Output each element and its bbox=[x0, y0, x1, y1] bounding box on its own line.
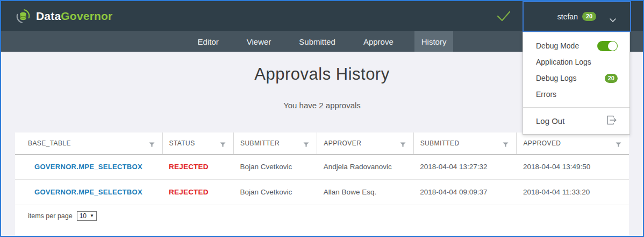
chevron-down-icon bbox=[610, 15, 616, 25]
tab-submitted[interactable]: Submitted bbox=[292, 31, 342, 52]
approver-cell: Andjela Radovanovic bbox=[317, 154, 413, 179]
menu-item-errors[interactable]: Errors bbox=[523, 86, 629, 102]
menu-item-debug-logs[interactable]: Debug Logs 20 bbox=[523, 70, 629, 86]
menu-item-logout[interactable]: Log Out bbox=[523, 108, 629, 134]
tab-history[interactable]: History bbox=[414, 31, 454, 52]
debug-mode-toggle[interactable] bbox=[597, 41, 618, 51]
user-dropdown-menu: Debug Mode Application Logs Debug Logs 2… bbox=[523, 32, 630, 135]
toggle-knob bbox=[608, 41, 617, 51]
column-header-approver: APPROVER bbox=[317, 133, 413, 154]
success-check-icon bbox=[496, 10, 512, 25]
app-logo: DataGovernor bbox=[15, 8, 112, 24]
top-bar: DataGovernor stefan 20 bbox=[1, 1, 643, 31]
menu-item-application-logs[interactable]: Application Logs bbox=[523, 54, 629, 70]
column-header-status: STATUS bbox=[162, 133, 233, 154]
filter-icon[interactable] bbox=[400, 141, 406, 149]
table-header-row: BASE_TABLE STATUS SUBMITTER APPROVER SUB… bbox=[15, 133, 629, 154]
tab-editor[interactable]: Editor bbox=[191, 31, 226, 52]
database-sync-icon bbox=[15, 8, 31, 24]
tab-viewer[interactable]: Viewer bbox=[240, 31, 278, 52]
table-row: GOVERNOR.MPE_SELECTBOX REJECTED Bojan Cv… bbox=[15, 179, 629, 205]
status-badge: REJECTED bbox=[169, 188, 209, 196]
base-table-link[interactable]: GOVERNOR.MPE_SELECTBOX bbox=[34, 188, 142, 196]
logo-text: DataGovernor bbox=[36, 10, 112, 23]
user-badge: 20 bbox=[582, 12, 596, 21]
approvals-table: BASE_TABLE STATUS SUBMITTER APPROVER SUB… bbox=[15, 133, 629, 205]
logo-text-data: Data bbox=[36, 10, 61, 22]
logo-text-governor: Governor bbox=[61, 10, 112, 22]
submitter-cell: Bojan Cvetkovic bbox=[234, 179, 317, 205]
items-per-page-select[interactable]: 10 ▼ bbox=[77, 211, 97, 221]
app-window: DataGovernor stefan 20 Editor Viewer Sub… bbox=[0, 0, 644, 237]
menu-item-debug-mode[interactable]: Debug Mode bbox=[523, 38, 629, 54]
user-name: stefan bbox=[557, 12, 578, 21]
errors-label: Errors bbox=[536, 90, 556, 99]
approver-cell: Allan Bowe Esq. bbox=[317, 179, 413, 205]
application-logs-label: Application Logs bbox=[536, 58, 591, 66]
table-footer: items per page 10 ▼ bbox=[15, 205, 629, 221]
filter-icon[interactable] bbox=[616, 141, 621, 149]
filter-icon[interactable] bbox=[303, 141, 309, 149]
base-table-link[interactable]: GOVERNOR.MPE_SELECTBOX bbox=[34, 163, 142, 171]
submitted-cell: 2018-04-04 09:09:37 bbox=[413, 179, 517, 205]
filter-icon[interactable] bbox=[149, 141, 155, 149]
filter-icon[interactable] bbox=[220, 141, 226, 149]
column-header-approved: APPROVED bbox=[517, 133, 629, 154]
items-per-page-value: 10 bbox=[80, 212, 87, 220]
items-per-page-label: items per page bbox=[28, 212, 73, 220]
select-arrow-icon: ▼ bbox=[90, 213, 94, 218]
tab-approve[interactable]: Approve bbox=[356, 31, 400, 52]
column-header-base-table: BASE_TABLE bbox=[15, 133, 162, 154]
debug-mode-label: Debug Mode bbox=[536, 41, 579, 50]
approved-cell: 2018-04-04 13:49:50 bbox=[517, 154, 629, 179]
table-row: GOVERNOR.MPE_SELECTBOX REJECTED Bojan Cv… bbox=[15, 154, 629, 179]
logout-icon bbox=[605, 114, 618, 128]
filter-icon[interactable] bbox=[503, 141, 509, 149]
debug-logs-label: Debug Logs bbox=[536, 74, 577, 82]
debug-logs-badge: 20 bbox=[605, 74, 618, 83]
approvals-table-card: BASE_TABLE STATUS SUBMITTER APPROVER SUB… bbox=[15, 133, 629, 236]
column-header-submitter: SUBMITTER bbox=[234, 133, 317, 154]
logout-label: Log Out bbox=[536, 116, 564, 126]
column-header-submitted: SUBMITTED bbox=[413, 133, 517, 154]
status-badge: REJECTED bbox=[169, 163, 209, 171]
submitted-cell: 2018-04-04 13:27:32 bbox=[413, 154, 517, 179]
user-menu-button[interactable]: stefan 20 bbox=[523, 1, 631, 32]
submitter-cell: Bojan Cvetkovic bbox=[234, 154, 317, 179]
approved-cell: 2018-04-04 11:33:20 bbox=[517, 179, 629, 205]
